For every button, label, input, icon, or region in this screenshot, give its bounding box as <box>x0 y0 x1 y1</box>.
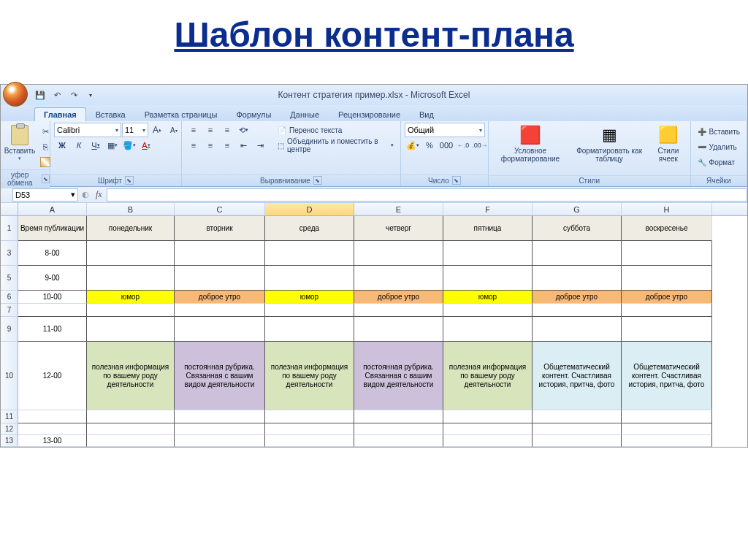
redo-icon[interactable]: ↷ <box>66 88 81 102</box>
merge-center-button[interactable]: ⬚Объединить и поместить в центре▾ <box>275 138 397 153</box>
cell[interactable] <box>622 410 712 423</box>
conditional-formatting-button[interactable]: 🟥 Условное форматирование <box>492 123 568 164</box>
cell[interactable] <box>265 435 354 447</box>
cell[interactable]: 10-00 <box>18 291 87 304</box>
cell[interactable]: Время публикации <box>18 216 87 241</box>
cell[interactable] <box>533 266 622 291</box>
ribbon-tab-0[interactable]: Главная <box>34 107 86 121</box>
cell[interactable]: суббота <box>533 216 622 241</box>
qat-dropdown-icon[interactable]: ▾ <box>83 88 98 102</box>
insert-cells-button[interactable]: ➕Вставить <box>695 124 743 139</box>
comma-icon[interactable]: 000 <box>438 138 454 153</box>
dialog-launcher-icon[interactable]: ⬊ <box>42 174 50 183</box>
col-header[interactable]: H <box>622 203 712 215</box>
row-header[interactable]: 7 <box>1 304 18 317</box>
cell[interactable]: Общетематический контент. Счастливая ист… <box>622 342 712 410</box>
cell[interactable] <box>265 304 354 317</box>
row-header[interactable]: 1 <box>1 216 18 241</box>
cell[interactable] <box>622 241 712 266</box>
number-format-combo[interactable]: Общий▾ <box>405 123 485 137</box>
delete-cells-button[interactable]: ➖Удалить <box>695 139 740 154</box>
cell[interactable]: доброе утро <box>354 291 443 304</box>
cell[interactable]: 8-00 <box>18 241 87 266</box>
cell[interactable]: юмор <box>87 291 175 304</box>
cell[interactable]: среда <box>265 216 354 241</box>
cell[interactable] <box>175 317 265 342</box>
increase-decimal-icon[interactable]: ←.0 <box>455 138 471 153</box>
col-header[interactable]: A <box>18 203 87 215</box>
align-right-icon[interactable]: ≡ <box>219 138 235 153</box>
grow-font-icon[interactable]: A▴ <box>149 123 165 137</box>
orientation-icon[interactable]: ⟲▾ <box>236 123 252 137</box>
row-header[interactable]: 10 <box>1 342 18 410</box>
ribbon-tab-4[interactable]: Данные <box>280 107 329 121</box>
cell[interactable] <box>443 423 533 435</box>
cell[interactable] <box>622 317 712 342</box>
dialog-launcher-icon[interactable]: ⬊ <box>313 176 322 185</box>
office-button[interactable] <box>3 82 28 107</box>
save-icon[interactable]: 💾 <box>33 88 47 102</box>
cell[interactable]: доброе утро <box>533 291 622 304</box>
cell[interactable] <box>443 317 533 342</box>
cell[interactable] <box>87 423 175 435</box>
cell[interactable]: 13-00 <box>18 435 87 447</box>
cell[interactable]: 9-00 <box>18 266 87 291</box>
cell[interactable]: полезная информация по вашему роду деяте… <box>443 342 533 410</box>
align-bottom-icon[interactable]: ≡ <box>219 123 235 137</box>
fill-color-icon[interactable]: 🪣▾ <box>121 138 137 153</box>
cell[interactable]: юмор <box>443 291 533 304</box>
cell[interactable]: юмор <box>265 291 354 304</box>
cell[interactable] <box>622 435 712 447</box>
cell[interactable] <box>18 410 87 423</box>
row-header[interactable]: 6 <box>1 291 18 304</box>
font-color-icon[interactable]: А▾ <box>138 138 154 153</box>
cell[interactable] <box>87 317 175 342</box>
row-header[interactable]: 13 <box>1 435 18 447</box>
align-middle-icon[interactable]: ≡ <box>202 123 218 137</box>
ribbon-tab-5[interactable]: Рецензирование <box>329 107 410 121</box>
cell-styles-button[interactable]: 🟨 Стили ячеек <box>650 123 686 164</box>
cell[interactable] <box>265 423 354 435</box>
cell[interactable]: доброе утро <box>622 291 712 304</box>
cell[interactable] <box>354 304 443 317</box>
row-header[interactable]: 9 <box>1 317 18 342</box>
cell[interactable] <box>175 423 265 435</box>
border-icon[interactable]: ▦▾ <box>104 138 121 153</box>
ribbon-tab-1[interactable]: Вставка <box>86 107 135 121</box>
cell[interactable]: постоянная рубрика. Связанная с вашим ви… <box>354 342 443 410</box>
cell[interactable] <box>622 304 712 317</box>
col-header[interactable]: B <box>87 203 175 215</box>
cell[interactable] <box>443 304 533 317</box>
format-cells-button[interactable]: 🔧Формат <box>695 155 739 169</box>
cell[interactable] <box>533 423 622 435</box>
cell[interactable] <box>443 410 533 423</box>
cell[interactable] <box>175 241 265 266</box>
cell[interactable]: полезная информация по вашему роду деяте… <box>265 342 354 410</box>
row-header[interactable]: 12 <box>1 423 18 435</box>
cell[interactable] <box>87 410 175 423</box>
currency-icon[interactable]: 💰▾ <box>405 138 421 153</box>
col-header[interactable]: G <box>533 203 622 215</box>
cell[interactable]: четверг <box>354 216 443 241</box>
cell[interactable] <box>87 304 175 317</box>
cell[interactable]: вторник <box>175 216 265 241</box>
col-header[interactable]: F <box>443 203 533 215</box>
font-name-combo[interactable]: Calibri▾ <box>54 123 121 137</box>
paste-button[interactable]: Вставить ▾ <box>4 123 35 163</box>
cell[interactable]: постоянная рубрика. Связанная с вашим ви… <box>175 342 265 410</box>
cell[interactable] <box>354 317 443 342</box>
cell[interactable] <box>622 423 712 435</box>
cell[interactable] <box>354 435 443 447</box>
cell[interactable] <box>87 435 175 447</box>
row-header[interactable]: 3 <box>1 241 18 266</box>
formula-bar[interactable] <box>107 188 747 202</box>
ribbon-tab-6[interactable]: Вид <box>410 107 443 121</box>
ribbon-tab-3[interactable]: Формулы <box>226 107 280 121</box>
dialog-launcher-icon[interactable]: ⬊ <box>452 176 461 185</box>
align-left-icon[interactable]: ≡ <box>186 138 202 153</box>
cell[interactable] <box>175 304 265 317</box>
cell[interactable]: 11-00 <box>18 317 87 342</box>
increase-indent-icon[interactable]: ⇥ <box>253 138 269 153</box>
cell[interactable] <box>533 435 622 447</box>
cell[interactable]: 12-00 <box>18 342 87 410</box>
